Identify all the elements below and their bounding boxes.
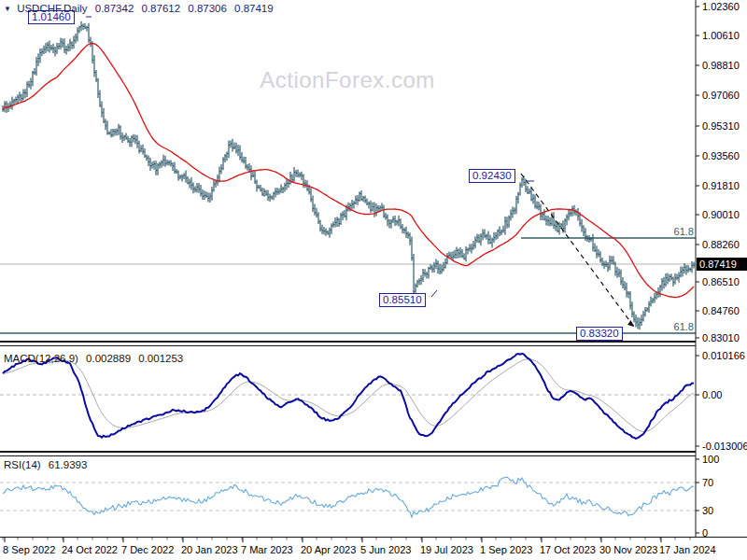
macd-axis-label: 0.00 bbox=[702, 389, 722, 400]
macd-axis-label: -0.013006 bbox=[702, 441, 747, 452]
rsi-line bbox=[3, 477, 694, 517]
fib-level-label: 61.8 bbox=[656, 321, 694, 332]
price-axis-label: 0.86510 bbox=[702, 276, 740, 287]
date-label: 19 Jul 2023 bbox=[420, 544, 473, 555]
price-annotation[interactable]: 0.92430 bbox=[469, 169, 515, 183]
price-axis-label: 0.93560 bbox=[702, 150, 740, 161]
macd-header: MACD(12,26,9) 0.002889 0.001253 bbox=[4, 353, 188, 364]
date-label: 30 Nov 2023 bbox=[599, 544, 657, 555]
quote-open: 0.87342 bbox=[95, 3, 134, 14]
rsi-axis-label: 30 bbox=[702, 505, 713, 516]
rsi-header: RSI(14) 61.9393 bbox=[4, 459, 92, 470]
date-label: 20 Apr 2023 bbox=[301, 544, 356, 555]
symbol-title: ▼ USDCHF,Daily 0.87342 0.87612 0.87306 0… bbox=[4, 3, 278, 14]
price-axis-label: 0.83010 bbox=[702, 332, 740, 343]
macd-label: MACD(12,26,9) bbox=[4, 353, 78, 364]
date-label: 8 Sep 2022 bbox=[3, 544, 55, 555]
price-axis-label: 1.00610 bbox=[702, 30, 740, 41]
date-label: 1 Sep 2023 bbox=[480, 544, 532, 555]
date-label: 17 Oct 2023 bbox=[540, 544, 596, 555]
rsi-value: 61.9393 bbox=[49, 459, 88, 470]
price-axis-label: 0.98810 bbox=[702, 60, 740, 71]
quote-close: 0.87419 bbox=[234, 3, 274, 14]
date-label: 24 Oct 2022 bbox=[62, 544, 118, 555]
macd-signal-line bbox=[3, 359, 694, 432]
mt4-chart-window: ActionForex.com 1.023601.006100.988100.9… bbox=[0, 0, 747, 560]
macd-axis-label: 0.010166 bbox=[702, 350, 745, 361]
rsi-label: RSI(14) bbox=[4, 459, 41, 470]
price-bars bbox=[3, 21, 694, 329]
price-axis-label: 0.91810 bbox=[702, 180, 740, 191]
rsi-axis-label: 0 bbox=[702, 527, 708, 539]
date-label: 20 Jan 2023 bbox=[181, 544, 238, 555]
rsi-axis-label: 70 bbox=[702, 477, 713, 488]
symbol-marker-icon: ▼ bbox=[4, 5, 11, 13]
macd-main-line bbox=[3, 354, 694, 439]
price-axis-label: 0.88260 bbox=[702, 239, 740, 250]
price-annotation[interactable]: 0.85510 bbox=[379, 293, 426, 307]
symbol-name: USDCHF,Daily bbox=[17, 3, 87, 14]
fib-level-label: 61.8 bbox=[656, 226, 694, 237]
price-axis-label: 0.97060 bbox=[702, 90, 740, 101]
chart-canvas[interactable] bbox=[0, 0, 747, 560]
current-price-tag: 0.87419 bbox=[697, 258, 747, 271]
macd-signal-value: 0.001253 bbox=[138, 353, 183, 364]
price-axis-label: 0.90010 bbox=[702, 209, 740, 220]
price-axis-label: 0.95310 bbox=[702, 120, 740, 132]
date-label: 17 Jan 2024 bbox=[659, 544, 716, 555]
quote-high: 0.87612 bbox=[142, 3, 181, 14]
quote-low: 0.87306 bbox=[188, 3, 227, 14]
trendline bbox=[521, 174, 634, 327]
date-label: 7 Mar 2023 bbox=[241, 544, 293, 555]
date-label: 7 Dec 2022 bbox=[121, 544, 174, 555]
macd-main-value: 0.002889 bbox=[86, 353, 131, 364]
date-label: 5 Jun 2023 bbox=[360, 544, 411, 555]
price-annotation[interactable]: 0.83320 bbox=[576, 327, 623, 341]
price-axis-label: 1.02360 bbox=[702, 1, 740, 12]
ma-line bbox=[3, 43, 694, 297]
price-axis-label: 0.84760 bbox=[702, 305, 740, 316]
rsi-axis-label: 100 bbox=[702, 454, 719, 465]
